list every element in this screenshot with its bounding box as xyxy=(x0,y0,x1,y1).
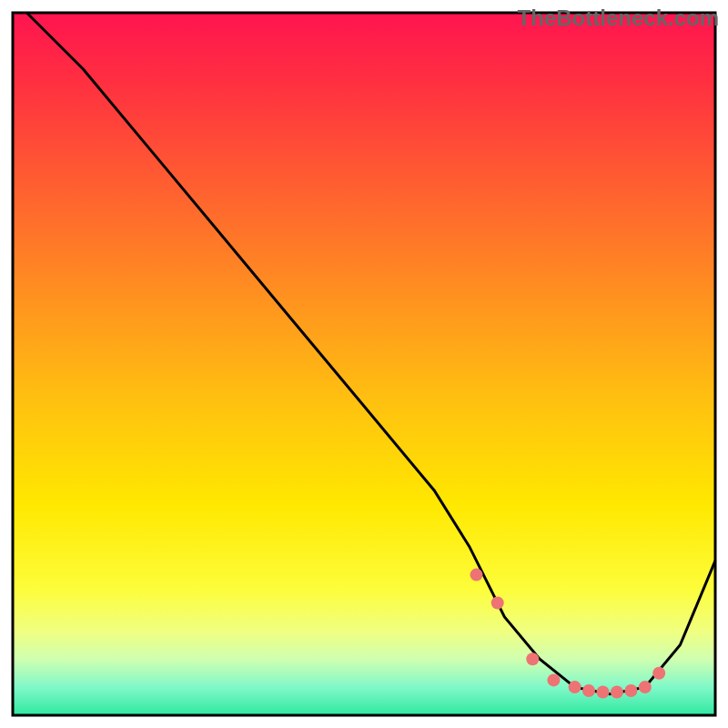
plot-background xyxy=(13,13,715,715)
data-marker xyxy=(491,597,504,610)
data-marker xyxy=(582,684,595,697)
data-marker xyxy=(547,673,560,686)
chart-canvas xyxy=(0,0,728,728)
data-marker xyxy=(597,686,610,699)
data-marker xyxy=(639,681,652,693)
watermark-text: TheBottleneck.com xyxy=(518,5,719,31)
data-marker xyxy=(569,681,581,693)
bottleneck-chart: TheBottleneck.com xyxy=(0,0,728,728)
data-marker xyxy=(624,684,637,697)
data-marker xyxy=(652,667,665,680)
data-marker xyxy=(526,652,539,665)
data-marker xyxy=(470,569,483,581)
data-marker xyxy=(611,686,623,699)
